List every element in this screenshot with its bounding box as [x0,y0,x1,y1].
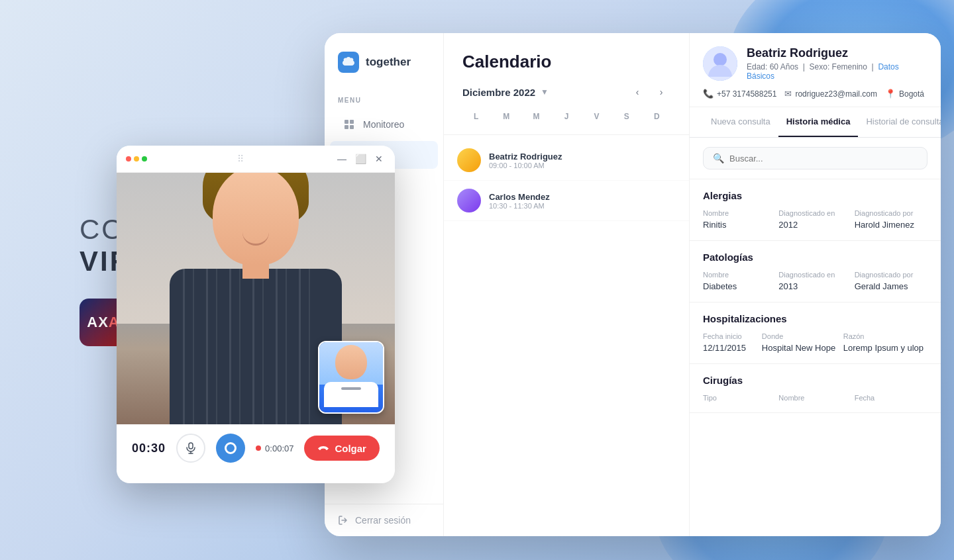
section-cirugias: Cirugías Tipo Nombre Fecha [690,364,941,413]
video-pip [318,341,384,414]
tab-nueva-consulta[interactable]: Nueva consulta [703,107,778,137]
alergias-diag-por: Harold Jimenez [855,220,928,230]
svg-rect-0 [344,120,348,124]
day-d: D [643,109,670,124]
tab-historial-consultas[interactable]: Historial de consultas [858,107,941,137]
close-button[interactable]: ✕ [372,152,386,165]
list-item[interactable]: Carlos Mendez 10:30 - 11:30 AM [444,181,689,221]
section-alergias: Alergias Nombre Diagnosticado en Diagnos… [690,179,941,241]
patient-meta: Edad: 60 Años | Sexo: Femenino | Datos B… [747,62,928,81]
hosp-table: Fecha inicio Donde Razón 12/11/2015 Hosp… [703,332,928,353]
section-hospitalizaciones: Hospitalizaciones Fecha inicio Donde Raz… [690,303,941,364]
calendar-nav: Diciembre 2022 ▼ ‹ › [462,83,670,101]
logout-button[interactable]: Cerrar sesión [325,504,443,536]
svg-rect-2 [344,125,348,129]
patient-tabs: Nueva consulta Historia médica Historial… [690,107,941,138]
minimize-button[interactable]: — [335,152,348,165]
svg-rect-10 [189,443,193,449]
hosp-donde: Hospital New Hope [762,343,841,353]
logo-icon [338,52,359,73]
patient-avatar [703,46,737,81]
alergias-col-nombre: Nombre [703,209,776,217]
record-icon [225,442,237,454]
cirugias-table: Tipo Nombre Fecha [703,394,928,402]
menu-label: MENU [325,86,443,109]
cal-info: Beatriz Rodriguez 09:00 - 10:00 AM [489,152,676,169]
right-panel: Beatriz Rodriguez Edad: 60 Años | Sexo: … [689,33,941,536]
mic-button[interactable] [176,434,205,463]
calendar-prev-button[interactable]: ‹ [628,83,647,101]
alergias-col-diag-por: Diagnosticado por [855,209,928,217]
day-j: J [553,109,580,124]
svg-point-9 [714,53,727,66]
contact-location: 📍 Bogotá [885,89,924,99]
main-content: Calendario Diciembre 2022 ▼ ‹ › L M M J … [444,33,689,536]
pip-inner [319,342,383,412]
cal-name: Carlos Mendez [489,192,676,202]
search-icon: 🔍 [713,153,724,163]
svg-rect-3 [350,125,354,129]
patologias-col-nombre: Nombre [703,271,776,279]
alergias-col-diag-en: Diagnosticado en [778,209,851,217]
search-box[interactable]: 🔍 [703,147,928,169]
calendar-title: Calendario [462,52,670,72]
hosp-col-razon: Razón [843,332,928,340]
alergias-diag-en: 2012 [778,220,851,230]
patologias-col-diag-por: Diagnosticado por [855,271,928,279]
patologias-title: Patologías [703,252,928,263]
patient-phone: +57 3174588251 [717,89,776,99]
list-item[interactable]: Beatriz Rodriguez 09:00 - 10:00 AM [444,140,689,181]
patient-location: Bogotá [899,89,924,99]
hosp-title: Hospitalizaciones [703,313,928,324]
cal-time: 10:30 - 11:30 AM [489,202,676,210]
patient-info-top: Beatriz Rodriguez Edad: 60 Años | Sexo: … [747,46,928,81]
calendar-next-button[interactable]: › [652,83,670,101]
call-timer: 00:30 [132,442,166,455]
day-l: L [462,109,490,124]
rec-dot [256,445,261,451]
patologias-nombre: Diabetes [703,281,776,291]
patient-header: Beatriz Rodriguez Edad: 60 Años | Sexo: … [690,33,941,81]
calendar-month[interactable]: Diciembre 2022 ▼ [462,87,549,98]
section-patologias: Patologías Nombre Diagnosticado en Diagn… [690,241,941,303]
tab-historia-medica[interactable]: Historia médica [778,107,859,137]
day-s: S [613,109,640,124]
hosp-razon: Loremp Ipsum y ulop [843,343,928,353]
patient-age: Edad: 60 Años [747,62,798,71]
maximize-dot [142,156,147,162]
cal-time: 09:00 - 10:00 AM [489,162,676,169]
alergias-table: Nombre Diagnosticado en Diagnosticado po… [703,209,928,230]
search-input[interactable] [729,154,918,163]
patologias-col-diag-en: Diagnosticado en [778,271,851,279]
calendar-header: Calendario Diciembre 2022 ▼ ‹ › L M M J … [444,33,689,135]
patient-search: 🔍 [690,138,941,179]
video-main [117,173,395,424]
video-call-bar: 00:30 0:00:07 Colgar [117,424,395,472]
day-v: V [583,109,610,124]
hang-up-button[interactable]: Colgar [304,436,380,461]
hosp-fecha: 12/11/2015 [703,343,759,353]
window-dots [126,156,147,162]
patologias-diag-en: 2013 [778,281,851,291]
alergias-nombre: Rinitis [703,220,776,230]
avatar [457,189,481,212]
patient-name: Beatriz Rodriguez [747,46,928,60]
email-icon: ✉ [784,89,792,99]
fullscreen-button[interactable]: ⬜ [354,152,367,165]
video-call-overlay: ⠿ — ⬜ ✕ [117,146,395,483]
record-button[interactable] [216,434,245,463]
day-m2: M [523,109,550,124]
cirugias-title: Cirugías [703,375,928,386]
calendar-days-row: L M M J V S D [462,109,670,124]
app-window: together MENU Monitoreo [325,33,941,536]
rec-time-text: 0:00:07 [265,443,293,453]
phone-icon: 📞 [703,89,714,99]
drag-handle: ⠿ [237,154,245,164]
calendar-month-text: Diciembre 2022 [462,87,535,98]
close-dot [126,156,131,162]
sidebar-item-monitoreo[interactable]: Monitoreo [330,111,438,138]
svg-rect-1 [350,120,354,124]
chevron-down-icon: ▼ [541,87,549,97]
contact-phone: 📞 +57 3174588251 [703,89,776,99]
patient-gender: Sexo: Femenino [810,62,867,71]
